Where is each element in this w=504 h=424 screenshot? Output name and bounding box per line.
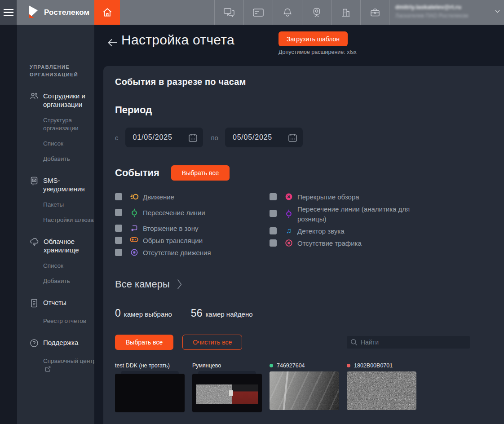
calendar-icon — [188, 133, 198, 142]
event-checkbox[interactable] — [270, 239, 277, 247]
no-motion-icon — [129, 248, 139, 256]
camera-card[interactable]: 1802B00B0701 — [347, 362, 416, 412]
camera-card[interactable]: test DDK (не трогать) — [115, 362, 185, 412]
chevron-right-icon[interactable] — [177, 279, 182, 290]
camera-thumbnail — [270, 371, 339, 410]
sidebar-subitem-cloud-list[interactable]: Список — [43, 262, 98, 270]
sidebar-subitem-gateway[interactable]: Настройки шлюза — [43, 216, 98, 224]
notifications-button[interactable] — [273, 0, 302, 25]
camera-list: test DDK (не трогать) Румянцево — [115, 362, 504, 412]
upload-hint: Допустимое расширение: xlsx — [279, 49, 357, 55]
payments-button[interactable] — [243, 0, 273, 25]
event-checkbox[interactable] — [270, 227, 277, 234]
document-icon — [30, 299, 39, 310]
home-icon — [102, 7, 113, 18]
chat-button[interactable] — [214, 0, 243, 25]
date-to-label: по — [211, 134, 218, 141]
sidebar-item-cloud[interactable]: Облачное хранилище — [30, 238, 88, 255]
sidebar-subitem-list[interactable]: Список — [43, 140, 98, 148]
zone-intrusion-icon — [129, 224, 139, 232]
sidebar-subitem-structure[interactable]: Структура организации — [43, 116, 98, 132]
question-icon — [30, 339, 39, 350]
sidebar-item-employees[interactable]: Сотрудники и организации — [30, 92, 88, 109]
upload-template-button[interactable]: Загрузить шаблон — [279, 31, 348, 46]
camera-counts: 0 камер выбрано 56 камер найдено — [115, 307, 504, 319]
event-checkbox[interactable] — [115, 209, 122, 216]
rostelecom-logo-icon — [27, 5, 40, 20]
event-row-no-motion: Отсутствие движения — [115, 248, 270, 258]
back-button[interactable] — [107, 37, 119, 48]
search-input[interactable] — [361, 339, 464, 346]
webcam-icon — [311, 7, 322, 18]
external-link-icon — [45, 366, 51, 374]
sidebar-section-title: УПРАВЛЕНИЕ ОРГАНИЗАЦИЕЙ — [30, 63, 84, 79]
user-menu[interactable]: dmitriy.laskatelev@rt.ru Ласкателев ПАО … — [395, 4, 491, 19]
sidebar-item-sms[interactable]: SMS-уведомления — [30, 177, 88, 194]
events-heading: События — [115, 167, 159, 179]
user-email: dmitriy.laskatelev@rt.ru — [395, 4, 491, 10]
sidebar-item-label: Поддержка — [43, 339, 78, 350]
brand-logo[interactable]: Ростелеком — [18, 0, 94, 25]
clear-all-cameras-button[interactable]: Очистить все — [182, 335, 242, 350]
sidebar-item-label: Сотрудники и организации — [43, 92, 88, 109]
date-to-field[interactable]: 05/05/2025 — [225, 128, 303, 147]
calendar-icon — [288, 133, 297, 142]
services-button[interactable] — [360, 0, 389, 25]
event-row-no-traffic: Отсутствие трафика — [270, 238, 427, 248]
event-checkbox[interactable] — [270, 193, 277, 200]
sidebar-subitem-cloud-add[interactable]: Добавить — [43, 277, 98, 285]
sidebar-item-label: SMS-уведомления — [43, 177, 88, 194]
event-row-zone-intrusion: Вторжение в зону — [115, 224, 270, 234]
user-organization: Ласкателев ПАО Ростелеком — [395, 13, 491, 19]
chat-icon — [223, 7, 235, 18]
line-crossing-retail-icon — [284, 209, 294, 218]
chevron-down-icon[interactable] — [495, 10, 500, 13]
cameras-button[interactable] — [302, 0, 331, 25]
motion-icon — [129, 193, 139, 201]
event-checkbox[interactable] — [270, 210, 277, 217]
date-from-label: с — [115, 134, 119, 141]
report-card: События в разрезе по часам Период с 01/0… — [103, 66, 504, 424]
home-button[interactable] — [94, 0, 120, 25]
all-cameras-heading: Все камеры — [115, 278, 170, 290]
event-row-stream-loss: Обрыв трансляции — [115, 236, 270, 246]
sidebar: УПРАВЛЕНИЕ ОРГАНИЗАЦИЕЙ Сотрудники и орг… — [17, 25, 94, 424]
app-window: Ростелеком — [0, 0, 504, 424]
briefcase-icon — [370, 7, 380, 18]
event-checkbox[interactable] — [115, 225, 122, 232]
bell-icon — [282, 7, 293, 18]
sidebar-rail — [0, 25, 17, 424]
date-to-value: 05/05/2025 — [233, 133, 288, 141]
event-checkbox[interactable] — [115, 193, 122, 200]
cloud-icon — [30, 238, 39, 255]
camera-thumbnail — [347, 371, 416, 410]
sidebar-subitem-add[interactable]: Добавить — [43, 155, 98, 163]
event-checkbox[interactable] — [115, 237, 122, 244]
camera-thumbnail — [192, 374, 262, 412]
sidebar-subitem-help-center[interactable]: Справочный центр — [43, 357, 98, 374]
period-heading: Период — [115, 104, 504, 116]
camera-search[interactable] — [347, 336, 470, 349]
found-count: 56 — [191, 307, 203, 319]
date-from-field[interactable]: 01/05/2025 — [125, 128, 203, 147]
camera-name: 746927604 — [277, 362, 305, 369]
payment-card-icon — [252, 7, 264, 18]
hamburger-icon — [4, 7, 13, 18]
sidebar-item-reports[interactable]: Отчеты — [30, 299, 88, 310]
events-list: Движение Пересечение линии — [115, 192, 504, 258]
sidebar-subitem-packets[interactable]: Пакеты — [43, 201, 98, 209]
organization-button[interactable] — [331, 0, 360, 25]
report-title: События в разрезе по часам — [115, 77, 504, 87]
camera-card[interactable]: Румянцево — [192, 362, 262, 412]
building-icon — [340, 7, 351, 18]
brand-name: Ростелеком — [44, 8, 89, 17]
select-all-events-button[interactable]: Выбрать все — [171, 165, 230, 181]
sidebar-subitem-report-registry[interactable]: Реестр отчетов — [43, 317, 98, 325]
stream-loss-icon — [129, 236, 139, 243]
hamburger-menu-button[interactable] — [0, 0, 17, 25]
camera-card[interactable]: 746927604 — [270, 362, 339, 412]
page-title: Настройка отчета — [121, 32, 234, 48]
event-checkbox[interactable] — [115, 249, 122, 256]
select-all-cameras-button[interactable]: Выбрать все — [115, 335, 173, 350]
sidebar-item-support[interactable]: Поддержка — [30, 339, 88, 350]
